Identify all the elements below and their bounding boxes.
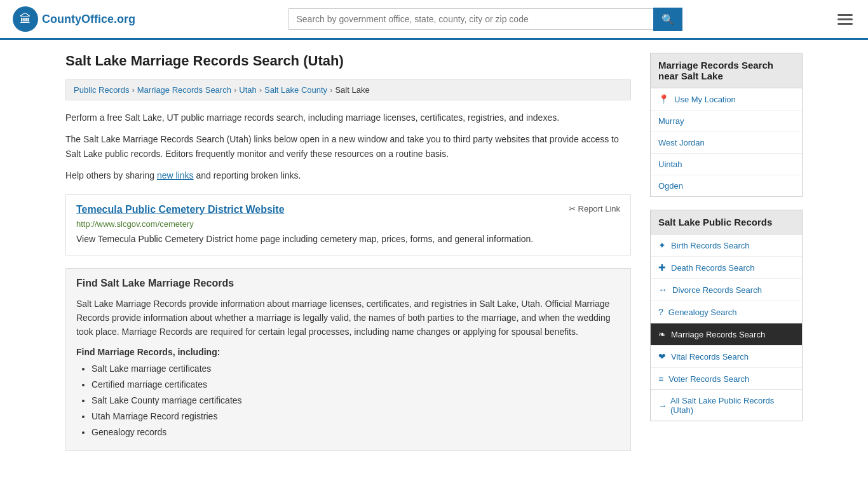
report-label: Report Link <box>578 204 620 214</box>
main-layout: Salt Lake Marriage Records Search (Utah)… <box>53 40 815 464</box>
sidebar-record-icon: ❤ <box>658 351 666 362</box>
sidebar-record-label: Divorce Records Search <box>672 285 762 295</box>
location-icon: 📍 <box>658 94 669 104</box>
breadcrumb-sep-4: › <box>330 85 332 95</box>
desc-p3-prefix: Help others by sharing <box>65 170 157 180</box>
info-section-heading: Find Salt Lake Marriage Records <box>76 278 620 289</box>
logo-text: CountyOffice.org <box>42 13 135 26</box>
breadcrumb-utah[interactable]: Utah <box>239 85 256 95</box>
sidebar-records-section: Salt Lake Public Records ✦Birth Records … <box>650 210 803 421</box>
logo-brand: CountyOffice <box>42 13 114 25</box>
nearby-locations-list: MurrayWest JordanUintahOgden <box>651 111 802 196</box>
logo-area: 🏛 CountyOffice.org <box>13 6 135 32</box>
info-section-p1: Salt Lake Marriage Records provide infor… <box>76 297 620 339</box>
sidebar: Marriage Records Search near Salt Lake 📍… <box>650 53 803 451</box>
report-icon: ✂ <box>569 204 576 214</box>
sidebar-record-label: Voter Records Search <box>668 374 749 384</box>
breadcrumb: Public Records › Marriage Records Search… <box>65 79 631 100</box>
search-input[interactable] <box>288 8 653 30</box>
sidebar-nearby-section: Marriage Records Search near Salt Lake 📍… <box>650 53 803 197</box>
link-card-title[interactable]: Temecula Public Cemetery District Websit… <box>76 204 285 215</box>
desc-p3-suffix: and reporting broken links. <box>194 170 301 180</box>
list-item: Salt Lake County marriage certificates <box>92 394 620 407</box>
list-item: Salt Lake marriage certificates <box>92 362 620 376</box>
list-item: Utah Marriage Record registries <box>92 410 620 423</box>
sidebar-record-label: Marriage Records Search <box>671 330 765 339</box>
sidebar-record-label: Genealogy Search <box>668 308 737 317</box>
sidebar-record-icon: ? <box>658 307 663 317</box>
all-records-arrow-icon: → <box>658 401 667 410</box>
logo-icon: 🏛 <box>13 6 38 32</box>
sidebar-record-label: Birth Records Search <box>671 241 750 250</box>
search-bar-area: 🔍 <box>288 8 682 31</box>
sidebar-records-link[interactable]: ❧Marriage Records Search <box>651 323 802 346</box>
link-card-url[interactable]: http://www.slcgov.com/cemetery <box>76 219 620 229</box>
info-section-subheading: Find Marriage Records, including: <box>76 347 620 357</box>
sidebar-nearby-item[interactable]: Uintah <box>651 154 802 175</box>
logo-tld: .org <box>114 13 135 25</box>
link-card: Temecula Public Cemetery District Websit… <box>65 194 631 255</box>
sidebar-record-icon: ❧ <box>658 329 666 339</box>
search-button[interactable]: 🔍 <box>653 8 682 31</box>
page-title: Salt Lake Marriage Records Search (Utah) <box>65 53 631 69</box>
breadcrumb-sep-3: › <box>259 85 262 95</box>
sidebar-all-records-link[interactable]: → All Salt Lake Public Records (Utah) <box>650 390 803 421</box>
menu-button[interactable] <box>835 11 855 27</box>
description-p3: Help others by sharing new links and rep… <box>65 168 631 182</box>
sidebar-records-link[interactable]: ✦Birth Records Search <box>651 234 802 257</box>
nearby-location-link[interactable]: Ogden <box>658 181 683 191</box>
link-card-header: Temecula Public Cemetery District Websit… <box>76 204 620 215</box>
sidebar-records-title: Salt Lake Public Records <box>650 210 803 234</box>
sidebar-records-link[interactable]: ❤Vital Records Search <box>651 346 802 368</box>
breadcrumb-marriage-records[interactable]: Marriage Records Search <box>137 85 231 95</box>
sidebar-record-icon: ≡ <box>658 374 663 384</box>
sidebar-records-link[interactable]: ↔Divorce Records Search <box>651 279 802 301</box>
info-list: Salt Lake marriage certificatesCertified… <box>92 362 620 439</box>
sidebar-record-icon: ✚ <box>658 262 666 273</box>
breadcrumb-public-records[interactable]: Public Records <box>74 85 129 95</box>
sidebar-records-link[interactable]: ?Genealogy Search <box>651 301 802 323</box>
all-records-label: All Salt Lake Public Records (Utah) <box>670 396 794 415</box>
breadcrumb-current: Salt Lake <box>335 85 369 95</box>
sidebar-records-link[interactable]: ≡Voter Records Search <box>651 368 802 390</box>
description-p1: Perform a free Salt Lake, UT public marr… <box>65 111 631 125</box>
sidebar-nearby-item[interactable]: Murray <box>651 111 802 132</box>
sidebar-nearby-item[interactable]: West Jordan <box>651 132 802 154</box>
sidebar-use-my-location[interactable]: 📍 Use My Location <box>651 88 802 111</box>
sidebar-record-label: Death Records Search <box>671 263 755 273</box>
header: 🏛 CountyOffice.org 🔍 <box>0 0 868 40</box>
list-item: Certified marriage certificates <box>92 378 620 391</box>
use-my-location-link[interactable]: Use My Location <box>674 95 736 104</box>
sidebar-record-icon: ↔ <box>658 285 667 295</box>
breadcrumb-salt-lake-county[interactable]: Salt Lake County <box>264 85 327 95</box>
breadcrumb-sep-1: › <box>132 85 134 95</box>
sidebar-records-list: ✦Birth Records Search✚Death Records Sear… <box>650 234 803 390</box>
link-card-desc: View Temecula Public Cemetery District h… <box>76 233 620 246</box>
sidebar-nearby-item[interactable]: Ogden <box>651 175 802 196</box>
sidebar-record-label: Vital Records Search <box>671 352 749 362</box>
sidebar-records-link[interactable]: ✚Death Records Search <box>651 257 802 279</box>
nearby-location-link[interactable]: Uintah <box>658 159 682 169</box>
info-section: Find Salt Lake Marriage Records Salt Lak… <box>65 268 631 451</box>
content-area: Salt Lake Marriage Records Search (Utah)… <box>65 53 631 451</box>
sidebar-nearby-list: 📍 Use My Location MurrayWest JordanUinta… <box>650 88 803 197</box>
sidebar-nearby-title: Marriage Records Search near Salt Lake <box>650 53 803 88</box>
nearby-location-link[interactable]: Murray <box>658 116 684 126</box>
sidebar-record-icon: ✦ <box>658 240 666 250</box>
new-links-link[interactable]: new links <box>157 170 194 180</box>
breadcrumb-sep-2: › <box>234 85 236 95</box>
list-item: Genealogy records <box>92 426 620 439</box>
description-p2: The Salt Lake Marriage Records Search (U… <box>65 132 631 161</box>
nearby-location-link[interactable]: West Jordan <box>658 138 705 147</box>
report-link-button[interactable]: ✂ Report Link <box>569 204 620 214</box>
